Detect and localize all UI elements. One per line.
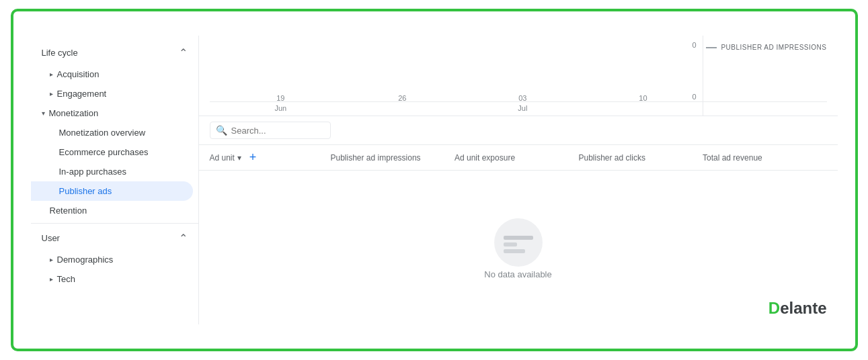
demographics-label: Demographics bbox=[57, 255, 114, 265]
col-pub-impressions-header: Publisher ad impressions bbox=[331, 153, 455, 163]
chart-y-bottom-label: 0 bbox=[692, 93, 696, 101]
expand-icon: ▾ bbox=[42, 109, 45, 117]
sidebar-item-tech[interactable]: ▸ Tech bbox=[31, 269, 193, 289]
sidebar-section-user[interactable]: User ⌃ bbox=[31, 226, 198, 250]
ad-unit-col-label: Ad unit bbox=[210, 153, 235, 163]
chart-legend-label: PUBLISHER AD IMPRESSIONS bbox=[721, 44, 826, 51]
chart-legend-line bbox=[706, 47, 717, 48]
ecommerce-label: Ecommerce purchases bbox=[59, 147, 149, 157]
table-toolbar: 🔍 bbox=[199, 116, 838, 145]
chart-x-label-2: 03 Jul bbox=[518, 93, 527, 113]
svg-rect-3 bbox=[504, 249, 525, 253]
chart-x-label-3: 10 bbox=[639, 93, 647, 113]
engagement-label: Engagement bbox=[57, 89, 107, 99]
chart-vertical-divider bbox=[703, 36, 703, 116]
sidebar-sub-item-publisher-ads[interactable]: Publisher ads bbox=[31, 181, 193, 201]
chart-month-2: Jul bbox=[518, 104, 527, 112]
sidebar-item-acquisition[interactable]: ▸ Acquisition bbox=[31, 64, 193, 84]
delante-logo: Delante bbox=[768, 299, 827, 318]
user-section-label: User bbox=[42, 233, 60, 243]
col-ad-unit-header: Ad unit ▾ + bbox=[210, 150, 331, 165]
monetization-label: Monetization bbox=[49, 108, 99, 118]
chart-y-top-label: 0 bbox=[692, 41, 696, 49]
sidebar-item-retention[interactable]: Retention bbox=[31, 201, 193, 220]
clicks-label: Publisher ad clicks bbox=[579, 153, 645, 163]
sidebar-section-lifecycle[interactable]: Life cycle ⌃ bbox=[31, 41, 198, 64]
svg-point-0 bbox=[494, 218, 543, 267]
lifecycle-section-label: Life cycle bbox=[42, 48, 78, 58]
logo-d-letter: D bbox=[768, 299, 780, 317]
monetization-overview-label: Monetization overview bbox=[59, 128, 146, 138]
chart-month-0: Jun bbox=[274, 104, 286, 112]
user-chevron-icon: ⌃ bbox=[179, 232, 188, 244]
sidebar-sub-item-ecommerce[interactable]: Ecommerce purchases bbox=[31, 142, 193, 162]
exposure-label: Ad unit exposure bbox=[455, 153, 515, 163]
chart-legend: PUBLISHER AD IMPRESSIONS bbox=[706, 44, 826, 51]
pub-impressions-label: Publisher ad impressions bbox=[331, 153, 421, 163]
chart-date-0: 19 bbox=[276, 94, 284, 102]
chart-date-3: 10 bbox=[639, 94, 647, 102]
sidebar-item-monetization[interactable]: ▾ Monetization bbox=[31, 103, 193, 123]
logo-rest: elante bbox=[780, 299, 826, 317]
expand-icon: ▸ bbox=[50, 256, 53, 263]
ad-unit-dropdown-icon[interactable]: ▾ bbox=[237, 153, 241, 163]
acquisition-label: Acquisition bbox=[57, 69, 100, 79]
revenue-label: Total ad revenue bbox=[703, 153, 762, 163]
chart-area: 19 Jun 26 03 Jul 10 0 bbox=[199, 36, 838, 116]
chart-x-label-1: 26 bbox=[398, 93, 406, 113]
no-data-text: No data available bbox=[484, 269, 551, 279]
search-box[interactable]: 🔍 bbox=[210, 122, 331, 139]
add-column-button[interactable]: + bbox=[247, 150, 260, 165]
chart-x-label-0: 19 Jun bbox=[274, 93, 286, 113]
sidebar-divider bbox=[31, 223, 198, 224]
lifecycle-chevron-icon: ⌃ bbox=[179, 46, 188, 59]
inapp-label: In-app purchases bbox=[59, 167, 126, 177]
col-exposure-header: Ad unit exposure bbox=[455, 153, 579, 163]
outer-frame: Life cycle ⌃ ▸ Acquisition ▸ Engagement … bbox=[11, 9, 858, 351]
col-clicks-header: Publisher ad clicks bbox=[579, 153, 703, 163]
sidebar-sub-item-monetization-overview[interactable]: Monetization overview bbox=[31, 123, 193, 142]
inner-container: Life cycle ⌃ ▸ Acquisition ▸ Engagement … bbox=[31, 36, 838, 324]
sidebar-item-demographics[interactable]: ▸ Demographics bbox=[31, 250, 193, 269]
col-revenue-header: Total ad revenue bbox=[703, 153, 827, 163]
chart-date-1: 26 bbox=[398, 94, 406, 102]
expand-icon: ▸ bbox=[50, 90, 53, 97]
no-data-area: No data available bbox=[199, 171, 838, 324]
svg-rect-1 bbox=[504, 236, 533, 240]
no-data-illustration bbox=[491, 216, 545, 269]
sidebar: Life cycle ⌃ ▸ Acquisition ▸ Engagement … bbox=[31, 36, 199, 324]
chart-date-2: 03 bbox=[518, 94, 526, 102]
retention-label: Retention bbox=[50, 206, 87, 216]
chart-x-axis: 19 Jun 26 03 Jul 10 bbox=[219, 93, 703, 113]
publisher-ads-label: Publisher ads bbox=[59, 186, 112, 196]
tech-label: Tech bbox=[57, 274, 75, 284]
search-input[interactable] bbox=[231, 126, 312, 136]
expand-icon: ▸ bbox=[50, 71, 53, 78]
search-icon: 🔍 bbox=[216, 125, 227, 136]
table-header: Ad unit ▾ + Publisher ad impressions Ad … bbox=[199, 145, 838, 171]
expand-icon: ▸ bbox=[50, 275, 53, 283]
sidebar-item-engagement[interactable]: ▸ Engagement bbox=[31, 84, 193, 103]
main-content: 19 Jun 26 03 Jul 10 0 bbox=[199, 36, 838, 324]
svg-rect-2 bbox=[504, 242, 517, 246]
sidebar-sub-item-inapp[interactable]: In-app purchases bbox=[31, 162, 193, 181]
